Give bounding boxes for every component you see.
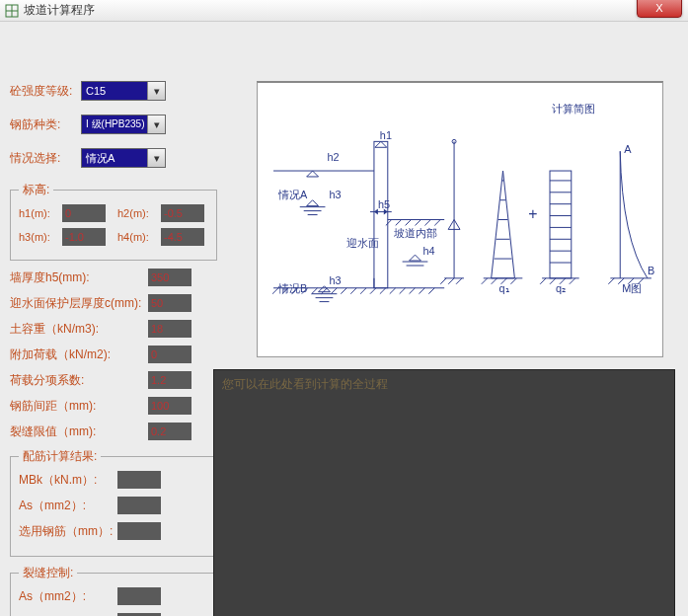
svg-line-76 — [492, 278, 497, 284]
svg-line-47 — [434, 220, 440, 226]
mbk-output — [117, 471, 161, 489]
case-label: 情况选择: — [10, 150, 81, 167]
svg-text:坡道内部: 坡道内部 — [393, 227, 437, 239]
svg-line-14 — [341, 288, 346, 294]
svg-line-22 — [419, 288, 424, 294]
svg-line-63 — [440, 278, 446, 284]
svg-text:M图: M图 — [622, 282, 642, 294]
wall-thick-input[interactable]: 350 — [148, 269, 191, 286]
h3-label: h3(m): — [19, 231, 58, 243]
svg-line-45 — [415, 220, 420, 226]
case-select[interactable]: 情况A ▾ — [81, 148, 166, 168]
svg-line-98 — [608, 278, 614, 284]
svg-line-15 — [350, 288, 356, 294]
chevron-down-icon: ▾ — [147, 149, 165, 167]
concrete-label: 砼强度等级: — [10, 83, 81, 100]
svg-text:h3: h3 — [329, 274, 341, 286]
svg-text:h2: h2 — [327, 151, 339, 163]
concrete-select[interactable]: C15 ▾ — [81, 81, 166, 101]
results-group: 配筋计算结果: MBk（kN.m）: As（mm2）: 选用钢筋（mm）: — [10, 448, 217, 557]
svg-marker-40 — [375, 141, 387, 147]
svg-line-20 — [400, 288, 406, 294]
crack-input[interactable]: 0.2 — [148, 423, 191, 440]
crack-label: 裂缝限值（mm): — [10, 424, 148, 440]
h4-label: h4(m): — [117, 231, 157, 243]
rebar-label: 钢筋种类: — [10, 116, 81, 133]
svg-marker-28 — [307, 200, 319, 206]
svg-text:h5: h5 — [378, 198, 390, 210]
svg-line-78 — [510, 278, 516, 284]
as-label: As（mm2）: — [19, 498, 117, 514]
addl-input[interactable]: 0 — [148, 346, 191, 363]
svg-text:+: + — [528, 206, 537, 223]
svg-line-44 — [406, 220, 412, 226]
spacing-label: 钢筋间距（mm): — [10, 398, 148, 415]
app-icon — [4, 3, 20, 19]
svg-text:B: B — [648, 265, 654, 276]
h4-input[interactable]: -4.5 — [161, 228, 204, 246]
svg-line-19 — [390, 288, 396, 294]
svg-line-23 — [428, 288, 434, 294]
svg-text:h3: h3 — [329, 189, 341, 200]
titlebar: 坡道计算程序 X — [0, 0, 688, 22]
svg-line-13 — [331, 288, 337, 294]
output-text: 您可以在此处看到计算的全过程 — [222, 377, 388, 391]
h3-input[interactable]: -1.0 — [62, 228, 106, 246]
crack-as-label: As（mm2）: — [19, 588, 117, 605]
svg-line-91 — [540, 278, 546, 284]
rebar-value: I 级(HPB235) — [86, 117, 144, 131]
svg-line-16 — [360, 288, 366, 294]
results-legend: 配筋计算结果: — [19, 448, 101, 465]
chevron-down-icon: ▾ — [147, 116, 165, 133]
crack-legend: 裂缝控制: — [19, 565, 77, 581]
mbk-label: MBk（kN.m）: — [19, 472, 117, 489]
svg-marker-25 — [307, 171, 319, 177]
svg-text:情况B: 情况B — [277, 282, 307, 294]
svg-line-68 — [503, 171, 515, 278]
chevron-down-icon: ▾ — [147, 82, 165, 100]
svg-line-65 — [456, 278, 462, 284]
h2-input[interactable]: -0.5 — [161, 204, 204, 222]
h1-input[interactable]: 0 — [62, 204, 106, 222]
svg-text:情况A: 情况A — [277, 189, 308, 200]
svg-text:h1: h1 — [380, 129, 392, 141]
spacing-input[interactable]: 100 — [148, 397, 191, 415]
svg-text:迎水面: 迎水面 — [346, 237, 379, 249]
svg-marker-53 — [410, 255, 421, 261]
rebar-select[interactable]: I 级(HPB235) ▾ — [81, 115, 166, 134]
output-console[interactable]: 您可以在此处看到计算的全过程 — [213, 369, 675, 616]
close-button[interactable]: X — [637, 0, 682, 18]
svg-text:q₁: q₁ — [499, 282, 509, 294]
wall-thick-label: 墙厚度h5(mm): — [10, 270, 148, 286]
svg-line-17 — [370, 288, 376, 294]
elevation-group: 标高: h1(m): 0 h2(m): -0.5 h3(m): -1.0 h4(… — [10, 182, 217, 261]
case-value: 情况A — [86, 151, 115, 166]
h1-label: h1(m): — [19, 207, 58, 219]
svg-text:A: A — [624, 143, 632, 155]
svg-line-46 — [424, 220, 430, 226]
svg-line-21 — [410, 288, 416, 294]
factor-label: 荷载分项系数: — [10, 372, 148, 389]
crack-as-output — [117, 587, 161, 605]
addl-label: 附加荷载（kN/m2): — [10, 346, 148, 363]
concrete-value: C15 — [86, 85, 106, 97]
window-title: 坡道计算程序 — [24, 2, 95, 19]
svg-line-12 — [322, 288, 328, 294]
as-output — [117, 497, 161, 514]
content-area: 砼强度等级: C15 ▾ 钢筋种类: I 级(HPB235) ▾ 情况选择: 情… — [0, 22, 688, 616]
svg-rect-4 — [374, 141, 388, 287]
left-panel: 砼强度等级: C15 ▾ 钢筋种类: I 级(HPB235) ▾ 情况选择: 情… — [10, 81, 217, 616]
soil-label: 土容重（kN/m3): — [10, 321, 148, 338]
bar-label: 选用钢筋（mm）: — [19, 523, 117, 540]
cover-input[interactable]: 50 — [148, 294, 191, 312]
calculation-diagram: 计算简图 h2 情况A h3 情况B h3 h1 — [257, 81, 663, 357]
bar-output — [117, 522, 161, 540]
svg-line-42 — [386, 220, 392, 226]
soil-input[interactable]: 18 — [148, 320, 191, 338]
svg-line-11 — [312, 288, 318, 294]
svg-text:h4: h4 — [422, 245, 434, 257]
h2-label: h2(m): — [117, 207, 157, 219]
close-icon: X — [655, 2, 662, 14]
factor-input[interactable]: 1.2 — [148, 371, 191, 389]
cover-label: 迎水面保护层厚度c(mm): — [10, 295, 148, 312]
